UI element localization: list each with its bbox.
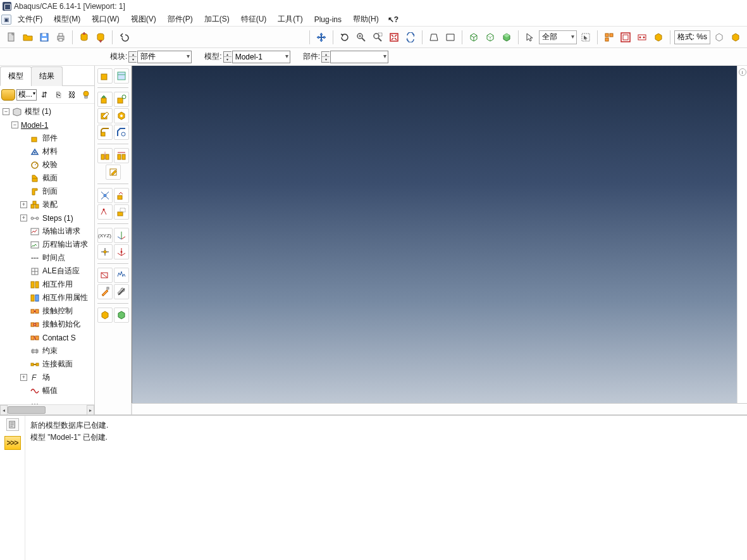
tree-item-more[interactable]: ... — [3, 397, 94, 404]
select-arrow-button[interactable] — [522, 30, 538, 45]
expander-icon[interactable]: − — [3, 108, 9, 115]
tp-cut-revolve-button[interactable] — [114, 108, 129, 123]
menu-model[interactable]: 模型(M) — [49, 13, 85, 26]
color-c-button[interactable] — [634, 30, 650, 45]
tree-item-section[interactable]: 截面 — [3, 171, 94, 185]
tree-item-ale[interactable]: ALE自适应 — [3, 264, 94, 278]
tp-mesh-button[interactable] — [114, 308, 129, 323]
tp-mirror-button[interactable] — [97, 148, 113, 163]
fit-view-button[interactable] — [386, 30, 402, 45]
iso-cube-b-button[interactable] — [728, 30, 743, 45]
tp-edit-sketch-button[interactable] — [106, 165, 121, 180]
menu-feature[interactable]: 特征(U) — [236, 13, 272, 26]
select-inside-button[interactable] — [578, 30, 593, 45]
tp-datum-point-button[interactable] — [97, 244, 113, 259]
save-button[interactable] — [37, 30, 52, 45]
zoom-in-button[interactable] — [354, 30, 369, 45]
tree-nav-icon[interactable]: ⎘ — [52, 89, 65, 101]
expander-icon[interactable]: + — [20, 201, 27, 208]
tp-ref-point-button[interactable] — [114, 244, 129, 259]
tp-remove-face-button[interactable] — [97, 268, 113, 283]
tab-results[interactable]: 结果 — [31, 66, 63, 86]
tree-item-interact[interactable]: 相互作用 — [3, 278, 94, 291]
render-hidden-button[interactable] — [483, 30, 498, 45]
tree-item-profile[interactable]: 剖面 — [3, 185, 94, 198]
tree-item-contacti[interactable]: 接触初始化 — [3, 318, 94, 331]
tree-item-intprop[interactable]: 相互作用属性 — [3, 291, 94, 304]
print-button[interactable] — [53, 30, 68, 45]
scroll-left-icon[interactable]: ◂ — [0, 405, 8, 415]
color-d-button[interactable] — [651, 30, 666, 45]
tree-item-amp[interactable]: 幅值 — [3, 384, 94, 397]
tp-partition-cell-button[interactable] — [114, 188, 129, 203]
tree-h-scrollbar[interactable]: ◂ ▸ — [0, 404, 94, 414]
tp-revolve-button[interactable] — [114, 92, 129, 107]
module-combo[interactable]: ▴▾ 部件 — [137, 51, 192, 63]
tree-item-fieldout[interactable]: 场输出请求 — [3, 225, 94, 238]
menu-part[interactable]: 部件(P) — [163, 13, 198, 26]
tree-item-histout[interactable]: 历程输出请求 — [3, 238, 94, 251]
message-note-icon[interactable] — [6, 418, 19, 431]
db-up-button[interactable] — [77, 30, 92, 45]
tab-model[interactable]: 模型 — [0, 66, 32, 86]
model-combo[interactable]: ▴▾ Model-1 — [232, 51, 290, 63]
tp-partition-face-button[interactable] — [97, 188, 113, 203]
tree-bulb-icon[interactable] — [80, 89, 92, 101]
whats-this-icon[interactable]: ↖? — [388, 15, 398, 24]
model-tree[interactable]: − 模型 (1) − Model-1 部件材料校验截面剖面+装配+Steps (… — [0, 104, 94, 404]
tree-item-material[interactable]: 材料 — [3, 145, 94, 158]
menu-plugins[interactable]: Plug-ins — [309, 14, 347, 25]
info-icon[interactable]: i — [739, 68, 746, 76]
tp-pattern-button[interactable] — [114, 148, 129, 163]
tree-filter-combo[interactable]: 模... — [16, 89, 37, 101]
tp-part-manager-button[interactable] — [114, 68, 129, 84]
scroll-thumb[interactable] — [8, 406, 46, 414]
expander-icon[interactable]: + — [20, 374, 27, 381]
tree-item-connsec[interactable]: 连接截面 — [3, 358, 94, 371]
tp-chamfer-button[interactable] — [114, 125, 129, 140]
menu-file[interactable]: 文件(F) — [13, 13, 47, 26]
tree-item-steps[interactable]: +Steps (1) — [3, 211, 94, 225]
cycle-views-button[interactable] — [403, 30, 418, 45]
tree-model-1[interactable]: − Model-1 — [3, 118, 94, 132]
tree-root[interactable]: − 模型 (1) — [3, 105, 94, 118]
menu-tools[interactable]: 工具(T) — [273, 13, 307, 26]
render-wire-button[interactable] — [466, 30, 481, 45]
tp-assembly-button[interactable] — [97, 308, 113, 323]
menu-help[interactable]: 帮助(H) — [348, 13, 384, 26]
tree-item-assembly[interactable]: +装配 — [3, 198, 94, 211]
tree-item-field[interactable]: +F场 — [3, 371, 94, 384]
zoom-box-button[interactable] — [370, 30, 385, 45]
tp-round-button[interactable] — [97, 125, 113, 140]
tp-partition-edge-button[interactable] — [97, 204, 113, 220]
tree-item-contacts[interactable]: Contact S — [3, 331, 94, 344]
tree-item-part[interactable]: 部件 — [3, 132, 94, 145]
color-b-button[interactable] — [618, 30, 633, 45]
render-shaded-button[interactable] — [499, 30, 514, 45]
tree-item-contactc[interactable]: 接触控制 — [3, 304, 94, 318]
perspective-a-button[interactable] — [426, 30, 441, 45]
tp-extrude-button[interactable] — [97, 92, 113, 107]
menu-view[interactable]: 视图(V) — [126, 13, 161, 26]
tree-collapse-icon[interactable]: ⇵ — [38, 89, 51, 101]
kernel-cli-button[interactable]: >>> — [4, 436, 21, 450]
menu-viewport[interactable]: 视口(W) — [87, 13, 124, 26]
tp-datum-axis-button[interactable] — [114, 228, 129, 243]
viewport-1[interactable] — [132, 66, 737, 403]
expander-icon[interactable]: + — [20, 215, 27, 221]
db-down-button[interactable] — [93, 30, 108, 45]
tp-datum-csys-button[interactable]: (XYZ) — [97, 228, 113, 243]
new-button[interactable] — [4, 30, 19, 45]
message-log[interactable]: 新的模型数据库已创建. 模型 "Model-1" 已创建. — [25, 416, 747, 560]
db-icon[interactable] — [1, 89, 15, 101]
pan-button[interactable] — [314, 30, 329, 45]
selection-filter-combo[interactable]: 全部 — [539, 30, 577, 44]
color-a-button[interactable] — [602, 30, 617, 45]
perspective-b-button[interactable] — [443, 30, 458, 45]
tree-item-constr[interactable]: 约束 — [3, 344, 94, 358]
tree-item-calib[interactable]: 校验 — [3, 158, 94, 171]
tp-create-part-button[interactable] — [97, 68, 113, 84]
tree-item-timepts[interactable]: 时间点 — [3, 251, 94, 264]
expander-icon[interactable]: − — [11, 121, 18, 128]
tp-geometry-edit-button[interactable] — [97, 284, 113, 299]
